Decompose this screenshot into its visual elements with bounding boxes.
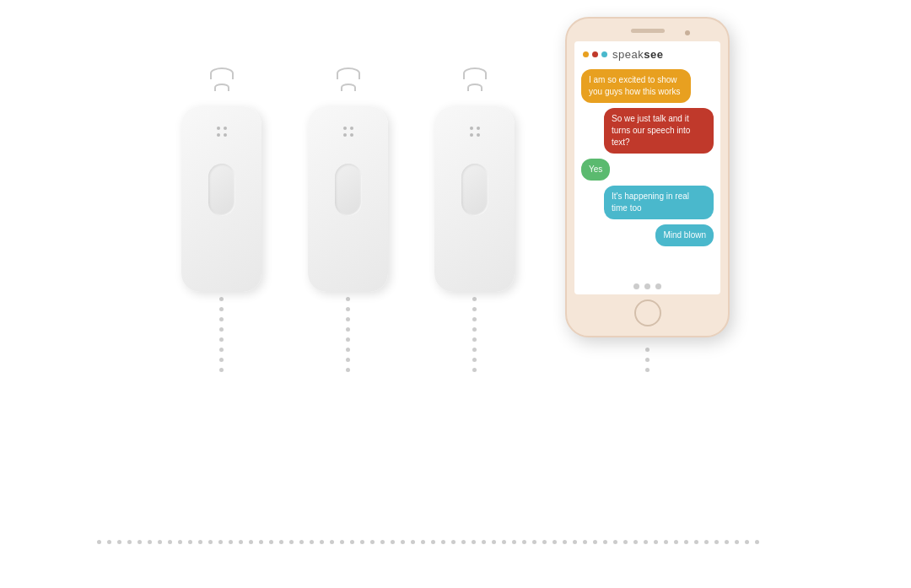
devices-section	[181, 67, 515, 372]
dot-blue	[601, 51, 607, 57]
typing-indicator	[574, 278, 720, 294]
device-orange	[181, 67, 261, 372]
dot-red	[592, 51, 598, 57]
indicator-dot-1	[633, 283, 639, 289]
wifi-signal-1	[205, 67, 239, 91]
device-blue	[434, 67, 515, 372]
device-red	[308, 67, 388, 372]
phone-camera	[685, 30, 690, 35]
dot-orange	[583, 51, 589, 57]
device-button-1[interactable]	[204, 159, 240, 221]
phone-vert-dots	[565, 343, 730, 372]
chat-bubble-5: Mind blown	[655, 224, 714, 246]
phone-body: speaksee I am so excited to show you guy…	[565, 17, 730, 337]
device-body-2	[308, 106, 388, 292]
chat-bubble-4: It's happening in real time too	[604, 186, 714, 219]
device-body-3	[434, 106, 515, 292]
device-dots-1	[217, 127, 227, 137]
device-dots-3	[470, 127, 480, 137]
phone-home-button[interactable]	[634, 299, 661, 326]
wifi-signal-3	[458, 67, 492, 91]
header-dots	[583, 51, 607, 57]
device-button-3[interactable]	[457, 159, 493, 221]
phone-header: speaksee	[574, 41, 720, 66]
vert-dots-1	[219, 292, 224, 372]
indicator-dot-2	[644, 283, 650, 289]
indicator-dot-3	[655, 283, 661, 289]
chat-bubble-1: I am so excited to show you guys how thi…	[581, 69, 691, 103]
device-body-1	[181, 106, 261, 292]
chat-bubble-3: Yes	[581, 159, 610, 181]
phone-speaker	[631, 29, 665, 33]
phone: speaksee I am so excited to show you guy…	[565, 17, 730, 372]
chat-bubble-2: So we just talk and it turns our speech …	[604, 108, 714, 154]
vert-dots-2	[346, 292, 350, 372]
device-button-2[interactable]	[331, 159, 366, 221]
bottom-dot-line	[97, 540, 814, 544]
main-scene: speaksee I am so excited to show you guy…	[0, 0, 911, 588]
app-title: speaksee	[612, 48, 663, 61]
device-dots-2	[343, 127, 353, 137]
chat-area: I am so excited to show you guys how thi…	[574, 66, 720, 278]
phone-screen: speaksee I am so excited to show you guy…	[574, 41, 720, 294]
wifi-signal-2	[332, 67, 365, 91]
vert-dots-3	[472, 292, 477, 372]
